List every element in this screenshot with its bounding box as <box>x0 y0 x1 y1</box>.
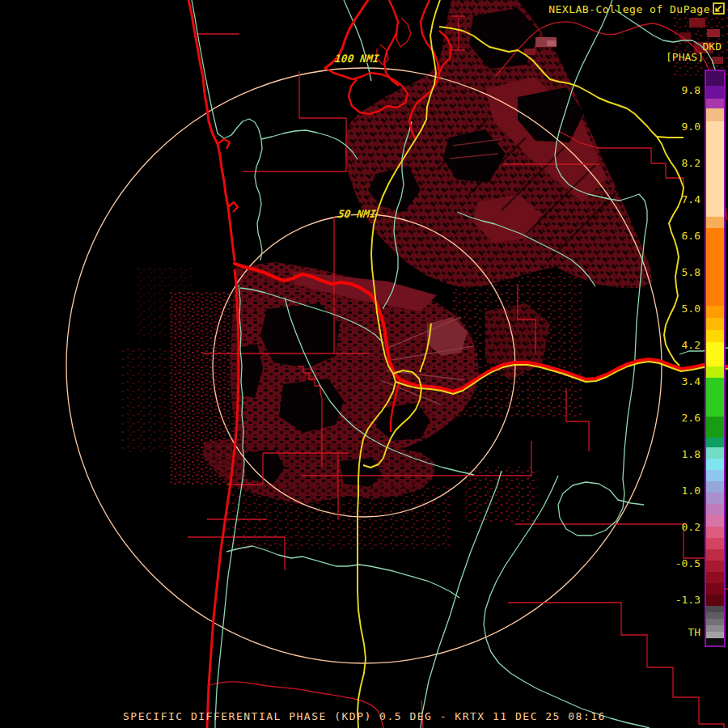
colorbar-tick-label: 1.8 <box>662 449 700 460</box>
colorbar-segment <box>706 612 724 619</box>
colorbar-segment <box>706 330 724 342</box>
colorbar-segment <box>706 619 724 625</box>
colorbar-segment <box>706 638 724 645</box>
colorbar-segment <box>706 549 724 561</box>
colorbar-tick-label: 5.0 <box>662 303 700 315</box>
product-caption: SPECIFIC DIFFERENTIAL PHASE (KDP) 0.5 DE… <box>123 710 606 722</box>
range-ring-label-50nmi: 50 NMI <box>337 208 377 220</box>
willapa-bay-shoreline <box>325 68 408 114</box>
colorbar-tick-label: 7.4 <box>662 194 700 205</box>
external-link-icon[interactable] <box>713 2 725 15</box>
colorbar-segment <box>706 121 724 217</box>
colorbar-segment <box>706 583 724 595</box>
colorbar-threshold-label: TH <box>662 627 700 638</box>
colorbar-tick-label: 5.8 <box>662 267 700 278</box>
colorbar-segment <box>706 417 724 438</box>
colorbar-tick-label: 0.2 <box>662 522 700 533</box>
colorbar-segment <box>706 595 724 606</box>
colorbar-tick-label: 2.6 <box>662 413 700 424</box>
colorbar-segment <box>706 108 724 121</box>
colorbar-segment <box>706 71 724 86</box>
colorbar-segment <box>706 438 724 447</box>
radar-echo-layer <box>121 0 728 550</box>
colorbar-tick-label: 3.4 <box>662 376 700 387</box>
colorbar-segment <box>706 99 724 108</box>
colorbar-segment <box>706 470 724 481</box>
colorbar-segment <box>706 632 724 638</box>
colorbar-segment <box>706 606 724 612</box>
colorbar-segment <box>706 561 724 572</box>
colorbar-segment <box>706 504 724 515</box>
range-ring-label-100nmi: 100 NMI <box>334 53 379 65</box>
colorbar-tick-label: -0.5 <box>662 558 700 569</box>
colorbar-segment <box>706 318 724 330</box>
colorbar-segment <box>706 366 724 378</box>
colorbar-segment <box>706 515 724 527</box>
colorbar-tick-label: 9.8 <box>662 85 700 96</box>
brand-title[interactable]: NEXLAB-College of DuPage <box>548 3 710 15</box>
colorbar-segment <box>706 538 724 549</box>
radar-display: NEXLAB-College of DuPage DKD [PHAS] 100 … <box>0 0 728 728</box>
colorbar <box>705 70 726 647</box>
colorbar-segment <box>706 342 724 366</box>
colorbar-segment <box>706 493 724 504</box>
colorbar-segment <box>706 459 724 470</box>
colorbar-tick-label: 1.0 <box>662 485 700 497</box>
colorbar-segment <box>706 217 724 228</box>
colorbar-segment <box>706 625 724 632</box>
colorbar-segment <box>706 378 724 417</box>
colorbar-segment <box>706 481 724 493</box>
product-units-label: [PHAS] <box>662 51 704 63</box>
colorbar-segment <box>706 447 724 459</box>
colorbar-segment <box>706 306 724 318</box>
colorbar-segment <box>706 86 724 99</box>
colorbar-tick-label: 9.0 <box>662 121 700 133</box>
colorbar-tick-label: 6.6 <box>662 231 700 242</box>
colorbar-segment <box>706 228 724 306</box>
colorbar-tick-label: -1.3 <box>662 595 700 606</box>
radar-map-image <box>0 0 728 728</box>
colorbar-segment <box>706 572 724 583</box>
colorbar-segment <box>706 527 724 538</box>
colorbar-tick-label: 4.2 <box>662 340 700 351</box>
colorbar-tick-label: 8.2 <box>662 158 700 169</box>
